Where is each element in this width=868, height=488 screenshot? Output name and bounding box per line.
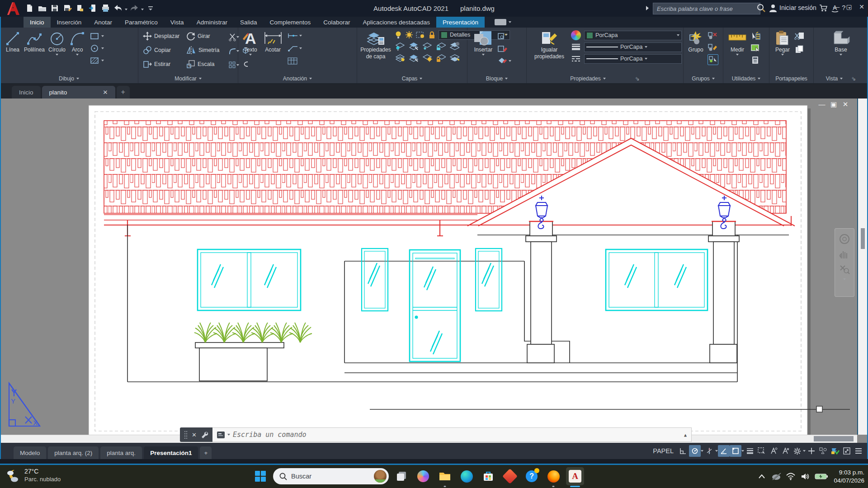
panel-label-dibujo[interactable]: Dibujo <box>0 74 138 83</box>
file-tab-close-icon[interactable]: ✕ <box>103 89 108 96</box>
ribbon-tab-administrar[interactable]: Administrar <box>190 17 234 28</box>
copiar-portapapeles-icon[interactable] <box>794 44 804 54</box>
drawing-canvas[interactable]: Y X <box>0 99 868 443</box>
pan-hand-icon[interactable] <box>839 249 850 259</box>
drag-grip-icon[interactable] <box>184 431 188 439</box>
battery-icon[interactable] <box>814 471 829 483</box>
ribbon-tab-parametrico[interactable]: Paramétrico <box>118 17 164 28</box>
desbloquear-capa-icon[interactable] <box>436 41 446 51</box>
file-tab-planito[interactable]: planito ✕ <box>42 86 115 99</box>
desplazar-button[interactable]: Desplazar <box>142 30 185 42</box>
volume-icon[interactable] <box>799 471 811 483</box>
texto-button[interactable]: A Texto <box>243 30 259 56</box>
command-input[interactable]: Escriba un comando ▲ <box>212 427 692 442</box>
file-explorer-button[interactable] <box>436 467 454 485</box>
ribbon-tab-vista[interactable]: Vista <box>164 17 190 28</box>
firefox-button[interactable] <box>544 467 562 485</box>
elipse-icon[interactable] <box>90 43 99 53</box>
app-store-cart-icon[interactable] <box>819 4 828 12</box>
inutilizar-ventana-icon[interactable] <box>416 30 425 40</box>
lineweight-select[interactable]: PorCapa <box>584 42 682 52</box>
propiedades-de-capa-button[interactable]: Propiedades de capa <box>359 30 392 61</box>
command-line-handle[interactable]: ✕ <box>180 427 212 442</box>
ribbon-tab-anotar[interactable]: Anotar <box>88 17 118 28</box>
search-icon[interactable] <box>757 4 766 13</box>
cloud-off-icon[interactable] <box>770 471 782 483</box>
crosshair-toggle-icon[interactable] <box>806 445 817 457</box>
annotation-scale-gear-icon[interactable] <box>791 445 803 457</box>
elipse-dropdown-icon[interactable] <box>101 47 104 49</box>
layout-tab-planta-arq-2[interactable]: planta arq. (2) <box>48 446 99 459</box>
panel-label-modificar[interactable]: Modificar <box>138 74 238 83</box>
file-tab-inicio[interactable]: Inicio <box>12 86 41 99</box>
hidden-icons-chevron[interactable] <box>756 471 768 483</box>
simetria-button[interactable]: Simetría <box>185 44 227 56</box>
acotar-button[interactable]: Acotar <box>261 30 285 54</box>
ribbon-tab-presentacion[interactable]: Presentación <box>436 17 485 28</box>
sombreado-icon[interactable] <box>90 56 99 66</box>
circulo-button[interactable]: Círculo <box>47 30 67 56</box>
grid-display-icon[interactable] <box>677 445 689 457</box>
panel-label-capas[interactable]: Capas <box>357 74 467 83</box>
cota-lineal-icon[interactable] <box>288 31 297 41</box>
clock[interactable]: 9:03 p.m. 04/07/2026 <box>834 469 864 484</box>
maximize-button[interactable]: ▢ <box>843 0 855 14</box>
ribbon-tab-aplicaciones[interactable]: Aplicaciones destacadas <box>357 17 437 28</box>
tabla-icon[interactable] <box>288 56 297 66</box>
linea-button[interactable]: Línea <box>4 30 22 54</box>
girar-button[interactable]: Girar <box>185 30 227 42</box>
ribbon-tab-complementos[interactable]: Complementos <box>263 17 317 28</box>
autoscale-annotation-icon[interactable] <box>779 445 791 457</box>
sombreado-dropdown-icon[interactable] <box>101 60 104 61</box>
ortho-mode-icon[interactable] <box>703 445 715 457</box>
search-expand-icon[interactable] <box>646 5 649 11</box>
clean-screen-icon[interactable] <box>841 445 853 457</box>
igualar-propiedades-button[interactable]: Igualar propiedades <box>530 30 568 61</box>
steering-wheel-icon[interactable] <box>839 233 850 245</box>
sign-in-button[interactable]: Iniciar sesión <box>779 4 816 11</box>
start-button[interactable] <box>251 467 269 485</box>
command-prompt-icon[interactable] <box>217 432 225 438</box>
linetype-select[interactable]: PorCapa <box>584 54 682 64</box>
editar-atributo-icon[interactable] <box>497 56 507 66</box>
seleccion-rapida-icon[interactable] <box>750 31 760 41</box>
polar-tracking-icon[interactable] <box>718 445 730 457</box>
customization-menu-icon[interactable] <box>853 445 864 457</box>
panel-label-grupos[interactable]: Grupos <box>684 74 723 83</box>
capa-sol-icon[interactable] <box>405 30 413 40</box>
linetype-icon[interactable] <box>571 54 581 64</box>
ribbon-display-toggle[interactable] <box>495 17 511 28</box>
paper-space-toggle[interactable]: PAPEL <box>653 447 674 455</box>
grupo-button[interactable]: Grupo <box>685 30 706 54</box>
ribbon-tab-inicio[interactable]: Inicio <box>24 17 51 28</box>
insertar-button[interactable]: Insertar <box>472 30 495 56</box>
microsoft-store-button[interactable] <box>479 467 497 485</box>
vertical-scrollbar[interactable] <box>857 99 868 435</box>
recortar-icon[interactable] <box>228 33 239 41</box>
command-close-icon[interactable]: ✕ <box>192 432 197 438</box>
reutilizar-capa-icon[interactable] <box>422 52 432 62</box>
snap-mode-icon[interactable] <box>689 445 701 457</box>
navbar-more-icon[interactable] <box>843 278 846 280</box>
horizontal-scrollbar-thumb[interactable] <box>814 436 854 441</box>
editar-grupo-icon[interactable] <box>708 42 717 52</box>
autocad-taskbar-button[interactable]: A <box>566 467 584 485</box>
task-view-button[interactable] <box>392 467 410 485</box>
new-layout-button[interactable]: + <box>200 446 212 459</box>
red-diamond-app-button[interactable] <box>501 467 519 485</box>
annotation-visibility-icon[interactable] <box>768 445 779 457</box>
object-snap-icon[interactable] <box>730 445 741 457</box>
customize-wrench-icon[interactable] <box>201 431 208 439</box>
pegar-button[interactable]: Pegar <box>773 30 792 56</box>
activar-capas-icon[interactable] <box>395 52 405 62</box>
estirar-button[interactable]: Estirar <box>142 58 185 70</box>
help-quiz-app-button[interactable]: ? <box>523 467 541 485</box>
ribbon-tab-salida[interactable]: Salida <box>234 17 264 28</box>
object-color-select[interactable]: PorCapa <box>584 31 682 40</box>
transparencia-capa-icon[interactable] <box>449 41 459 51</box>
edge-button[interactable] <box>458 467 476 485</box>
new-drawing-tab-button[interactable]: + <box>117 86 130 99</box>
copilot-button[interactable] <box>414 467 432 485</box>
copiar-button[interactable]: Copiar <box>142 44 185 56</box>
seleccion-grupo-icon[interactable] <box>708 54 718 65</box>
